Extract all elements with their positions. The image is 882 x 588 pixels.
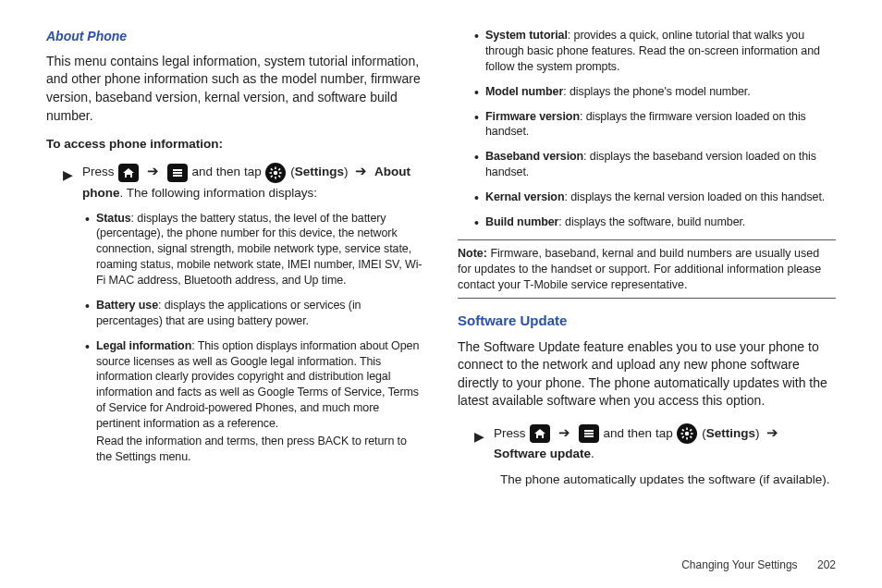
svg-rect-2 bbox=[173, 175, 182, 177]
arrow-icon: ➔ bbox=[355, 163, 367, 178]
software-update-intro: The Software Update feature enables you … bbox=[458, 338, 836, 410]
svg-rect-23 bbox=[682, 436, 685, 439]
page-footer: Changing Your Settings 202 bbox=[681, 558, 836, 571]
svg-point-15 bbox=[685, 432, 689, 435]
press-label: Press bbox=[494, 426, 526, 440]
about-bullets: Status: displays the battery status, the… bbox=[85, 211, 424, 465]
svg-rect-4 bbox=[276, 166, 277, 169]
list-item: Baseband version: displays the baseband … bbox=[474, 149, 836, 180]
access-heading: To access phone information: bbox=[46, 136, 424, 153]
svg-rect-13 bbox=[584, 433, 594, 435]
note-text: Firmware, baseband, kernal and build num… bbox=[458, 247, 821, 291]
step-body: Press ➔ and then tap (Settings) ➔ About … bbox=[82, 160, 424, 202]
note-block: Note: Firmware, baseband, kernal and bui… bbox=[458, 239, 836, 300]
step-body: Press ➔ and then tap (Settings) ➔ Softwa… bbox=[494, 422, 836, 464]
arrow-icon: ➔ bbox=[766, 424, 778, 440]
svg-point-3 bbox=[274, 171, 277, 175]
step-marker-icon: ▶ bbox=[63, 165, 73, 186]
svg-rect-20 bbox=[682, 429, 685, 432]
about-phone-heading: About Phone bbox=[46, 28, 424, 45]
menu-icon bbox=[579, 424, 599, 443]
svg-rect-8 bbox=[271, 168, 274, 171]
svg-rect-7 bbox=[279, 172, 282, 174]
step-row: ▶ Press ➔ and then tap (Settings) ➔ Soft… bbox=[474, 422, 836, 464]
paren-close: ) bbox=[755, 426, 760, 440]
left-column: About Phone This menu contains legal inf… bbox=[46, 28, 424, 545]
list-item: Firmware version: displays the firmware … bbox=[474, 109, 836, 141]
svg-rect-11 bbox=[271, 175, 274, 178]
svg-rect-17 bbox=[687, 437, 689, 440]
menu-icon bbox=[167, 164, 188, 182]
svg-rect-19 bbox=[691, 434, 693, 435]
footer-section: Changing Your Settings bbox=[681, 558, 797, 571]
svg-rect-16 bbox=[687, 428, 689, 431]
following-text: . The following information displays: bbox=[120, 186, 318, 200]
list-item: Kernal version: displays the kernal vers… bbox=[474, 190, 836, 205]
right-column: System tutorial: provides a quick, onlin… bbox=[458, 28, 836, 545]
list-item: Battery use: displays the applications o… bbox=[85, 298, 424, 329]
su-continuation: The phone automatically updates the soft… bbox=[500, 470, 836, 490]
and-then-tap-label: and then tap bbox=[604, 426, 673, 440]
press-label: Press bbox=[82, 165, 115, 178]
svg-rect-5 bbox=[276, 177, 277, 179]
list-item: System tutorial: provides a quick, onlin… bbox=[474, 28, 836, 75]
svg-rect-14 bbox=[584, 435, 594, 437]
software-update-heading: Software Update bbox=[458, 312, 836, 330]
arrow-icon: ➔ bbox=[558, 424, 570, 440]
svg-rect-6 bbox=[270, 172, 273, 174]
step-row: ▶ Press ➔ and then tap (Settings) ➔ Abou… bbox=[63, 160, 424, 202]
about-phone-intro: This menu contains legal information, sy… bbox=[46, 53, 424, 125]
svg-rect-18 bbox=[681, 434, 684, 435]
svg-rect-12 bbox=[584, 430, 594, 432]
paren-close: ) bbox=[344, 165, 349, 178]
svg-rect-22 bbox=[690, 429, 692, 432]
list-item: Status: displays the battery status, the… bbox=[85, 211, 424, 288]
arrow-icon: ➔ bbox=[147, 163, 159, 178]
svg-rect-9 bbox=[278, 175, 281, 178]
list-item: Build number: displays the software, bui… bbox=[474, 214, 836, 230]
settings-icon bbox=[677, 423, 697, 444]
step-marker-icon: ▶ bbox=[474, 427, 484, 447]
settings-icon bbox=[265, 163, 286, 183]
software-update-bold: Software update bbox=[494, 447, 591, 460]
svg-rect-10 bbox=[278, 168, 281, 171]
home-icon bbox=[118, 164, 139, 182]
footer-page: 202 bbox=[817, 558, 836, 571]
settings-bold: Settings bbox=[295, 165, 344, 178]
list-item: Model number: displays the phone's model… bbox=[474, 84, 836, 100]
note-label: Note: bbox=[458, 247, 487, 260]
and-then-tap-label: and then tap bbox=[192, 165, 262, 178]
home-icon bbox=[530, 424, 550, 443]
right-bullets: System tutorial: provides a quick, onlin… bbox=[474, 28, 836, 230]
svg-rect-1 bbox=[173, 172, 182, 174]
settings-bold: Settings bbox=[706, 426, 755, 440]
period: . bbox=[591, 447, 594, 460]
list-item: Legal information: This option displays … bbox=[85, 338, 424, 465]
svg-rect-21 bbox=[690, 436, 692, 439]
svg-rect-0 bbox=[173, 169, 182, 171]
